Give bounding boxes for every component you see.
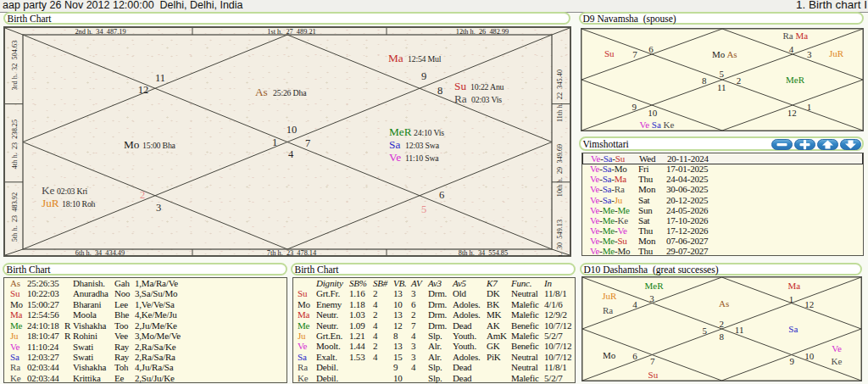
svg-text:MeR: MeR bbox=[389, 125, 412, 138]
svg-text:5: 5 bbox=[702, 326, 707, 336]
svg-text:9: 9 bbox=[632, 102, 637, 112]
svg-text:5th h. 23 483.92: 5th h. 23 483.92 bbox=[11, 192, 19, 242]
svg-text:Ke: Ke bbox=[832, 356, 843, 366]
svg-text:1: 1 bbox=[789, 294, 794, 304]
svg-text:MeR: MeR bbox=[645, 281, 665, 291]
svg-text:24:10 Vis: 24:10 Vis bbox=[414, 128, 444, 137]
svg-text:Ra: Ra bbox=[454, 92, 467, 105]
svg-text:7: 7 bbox=[632, 49, 637, 59]
svg-text:12: 12 bbox=[804, 299, 814, 309]
svg-text:5: 5 bbox=[720, 69, 725, 79]
svg-text:Sa: Sa bbox=[788, 324, 798, 334]
svg-text:As: As bbox=[255, 86, 268, 98]
svg-text:5: 5 bbox=[421, 203, 426, 215]
svg-text:3: 3 bbox=[156, 202, 161, 214]
svg-text:4: 4 bbox=[632, 299, 637, 309]
svg-text:Ma: Ma bbox=[788, 281, 801, 291]
svg-text:2: 2 bbox=[720, 319, 725, 329]
svg-text:Su: Su bbox=[648, 370, 659, 380]
svg-text:Ve: Ve bbox=[832, 343, 842, 353]
svg-text:11:10 Swa: 11:10 Swa bbox=[405, 153, 439, 163]
svg-text:6: 6 bbox=[648, 44, 654, 54]
svg-text:3rd h. 32 504.63: 3rd h. 32 504.63 bbox=[11, 41, 19, 91]
svg-text:6: 6 bbox=[632, 351, 637, 361]
svg-text:2: 2 bbox=[737, 75, 742, 86]
svg-text:6: 6 bbox=[439, 189, 444, 201]
svg-text:Mo: Mo bbox=[124, 138, 140, 151]
svg-text:18:10 Roh: 18:10 Roh bbox=[62, 199, 96, 209]
svg-text:10: 10 bbox=[804, 351, 815, 361]
svg-text:Sa: Sa bbox=[389, 138, 400, 151]
svg-text:Ra Ma: Ra Ma bbox=[783, 31, 809, 41]
svg-text:6th h. 34 434.49: 6th h. 34 434.49 bbox=[75, 249, 125, 257]
svg-text:25:26 Dha: 25:26 Dha bbox=[273, 88, 307, 97]
svg-text:Mo As: Mo As bbox=[712, 49, 737, 59]
svg-text:8th h. 34 554.85: 8th h. 34 554.85 bbox=[459, 249, 508, 257]
svg-text:9: 9 bbox=[421, 70, 426, 82]
svg-text:JuR: JuR bbox=[602, 291, 617, 301]
svg-text:3: 3 bbox=[649, 293, 654, 303]
svg-text:As: As bbox=[719, 298, 729, 309]
svg-text:02:03 Kri: 02:03 Kri bbox=[57, 186, 88, 196]
svg-text:7: 7 bbox=[305, 137, 310, 149]
svg-text:10th h. 29 349.69: 10th h. 29 349.69 bbox=[556, 144, 564, 197]
svg-text:15:00 Bha: 15:00 Bha bbox=[142, 141, 176, 150]
svg-text:11: 11 bbox=[735, 325, 744, 335]
svg-text:Mo: Mo bbox=[603, 350, 616, 360]
svg-text:8: 8 bbox=[702, 75, 707, 86]
svg-text:MeR: MeR bbox=[786, 75, 805, 85]
svg-text:4: 4 bbox=[789, 44, 794, 54]
svg-text:12th h. 26 482.99: 12th h. 26 482.99 bbox=[456, 28, 509, 36]
svg-text:4: 4 bbox=[288, 148, 294, 160]
svg-text:Su: Su bbox=[454, 80, 466, 92]
svg-text:10:22 Anu: 10:22 Anu bbox=[470, 82, 504, 92]
svg-text:Su: Su bbox=[604, 48, 615, 58]
svg-text:12:03 Swa: 12:03 Swa bbox=[405, 141, 440, 150]
svg-text:2nd h. 34 487.19: 2nd h. 34 487.19 bbox=[75, 28, 125, 36]
svg-text:02:03 Vis: 02:03 Vis bbox=[471, 95, 502, 104]
svg-text:2: 2 bbox=[140, 189, 145, 201]
svg-text:1: 1 bbox=[272, 136, 277, 148]
svg-text:12: 12 bbox=[138, 84, 149, 96]
svg-text:Ma: Ma bbox=[388, 52, 403, 64]
svg-text:9th h. 30 549.13: 9th h. 30 549.13 bbox=[556, 220, 564, 257]
svg-text:11th h. 22 345.40: 11th h. 22 345.40 bbox=[556, 70, 564, 122]
svg-text:11: 11 bbox=[717, 82, 726, 92]
svg-text:JuR: JuR bbox=[42, 197, 59, 209]
svg-text:4th h. 23 238.25: 4th h. 23 238.25 bbox=[11, 120, 19, 169]
svg-text:10: 10 bbox=[648, 108, 658, 118]
svg-text:Ra: Ra bbox=[603, 305, 613, 315]
svg-text:8: 8 bbox=[720, 331, 725, 342]
svg-text:12:54 Mul: 12:54 Mul bbox=[408, 54, 442, 64]
svg-text:Ke: Ke bbox=[42, 184, 55, 197]
svg-text:7: 7 bbox=[650, 356, 655, 366]
svg-text:7th h. 23 478.14: 7th h. 23 478.14 bbox=[267, 249, 317, 257]
svg-text:Ve Sa Ke: Ve Sa Ke bbox=[640, 120, 675, 130]
svg-text:Ve: Ve bbox=[389, 151, 401, 164]
svg-text:1st h. 27 489.21: 1st h. 27 489.21 bbox=[267, 28, 315, 36]
svg-text:12: 12 bbox=[787, 108, 797, 118]
svg-text:9: 9 bbox=[790, 356, 795, 366]
svg-text:3: 3 bbox=[807, 49, 812, 59]
svg-text:8: 8 bbox=[437, 85, 442, 97]
svg-text:10: 10 bbox=[287, 124, 298, 136]
svg-text:JuR: JuR bbox=[829, 48, 844, 58]
svg-text:1: 1 bbox=[807, 102, 812, 112]
svg-text:11: 11 bbox=[155, 72, 165, 84]
